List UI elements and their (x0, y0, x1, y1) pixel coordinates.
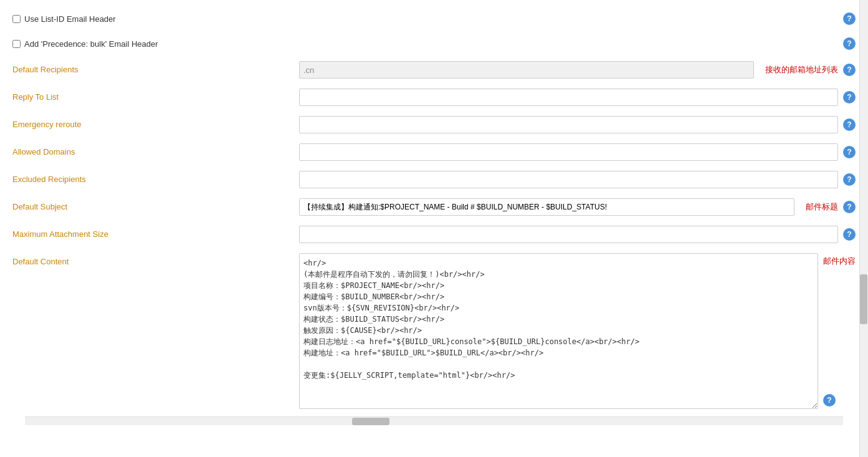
excluded-recipients-input[interactable] (299, 171, 838, 188)
reply-to-list-help-icon[interactable]: ? (843, 91, 856, 103)
excluded-recipients-help-icon[interactable]: ? (843, 173, 856, 186)
max-attachment-input[interactable] (299, 226, 838, 243)
allowed-domains-input-col: ? (299, 143, 856, 161)
precedence-bulk-checkbox[interactable] (12, 40, 21, 48)
allowed-domains-help-icon[interactable]: ? (843, 146, 856, 158)
default-subject-label: Default Subject (12, 198, 299, 211)
max-attachment-label: Maximum Attachment Size (12, 226, 299, 239)
use-list-id-row: Use List-ID Email Header ? (0, 6, 868, 31)
emergency-reroute-label: Emergency reroute (12, 116, 299, 129)
excluded-recipients-row: Excluded Recipients ? (0, 166, 868, 193)
default-recipients-row: Default Recipients 接收的邮箱地址列表 ? (0, 56, 868, 84)
emergency-reroute-help-icon[interactable]: ? (843, 118, 856, 131)
default-subject-input[interactable] (299, 198, 794, 216)
horizontal-scrollbar-thumb[interactable] (352, 418, 389, 425)
reply-to-list-input-col: ? (299, 89, 856, 106)
default-recipients-input[interactable] (299, 61, 754, 79)
excluded-recipients-input-col: ? (299, 171, 856, 188)
default-content-textarea[interactable]: <hr/> (本邮件是程序自动下发的，请勿回复！)<br/><hr/> 项目名称… (299, 253, 818, 409)
reply-to-list-input[interactable] (299, 89, 838, 106)
allowed-domains-row: Allowed Domains ? (0, 138, 868, 166)
default-subject-annotation: 邮件标题 (806, 201, 838, 213)
precedence-bulk-help-icon[interactable]: ? (843, 37, 856, 50)
default-content-input-col: <hr/> (本邮件是程序自动下发的，请勿回复！)<br/><hr/> 项目名称… (299, 253, 856, 409)
default-content-annotation: 邮件内容 (823, 256, 856, 267)
default-content-row: Default Content <hr/> (本邮件是程序自动下发的，请勿回复！… (0, 248, 868, 414)
allowed-domains-label: Allowed Domains (12, 143, 299, 156)
reply-to-list-row: Reply To List ? (0, 84, 868, 111)
excluded-recipients-label: Excluded Recipients (12, 171, 299, 184)
precedence-bulk-row: Add 'Precedence: bulk' Email Header ? (0, 31, 868, 56)
default-subject-input-col: 邮件标题 ? (299, 198, 856, 216)
max-attachment-row: Maximum Attachment Size ? (0, 221, 868, 248)
default-content-label: Default Content (12, 253, 299, 266)
max-attachment-help-icon[interactable]: ? (843, 228, 856, 241)
use-list-id-checkbox[interactable] (12, 15, 21, 23)
vertical-scrollbar-track[interactable] (859, 0, 868, 457)
reply-to-list-label: Reply To List (12, 89, 299, 102)
bottom-scrollbar-area (0, 414, 868, 428)
precedence-bulk-label: Add 'Precedence: bulk' Email Header (24, 39, 158, 49)
allowed-domains-input[interactable] (299, 143, 838, 161)
page-container: Use List-ID Email Header ? Add 'Preceden… (0, 0, 868, 457)
emergency-reroute-input-col: ? (299, 116, 856, 133)
default-recipients-annotation: 接收的邮箱地址列表 (765, 64, 838, 75)
default-subject-help-icon[interactable]: ? (843, 201, 856, 213)
use-list-id-label: Use List-ID Email Header (24, 14, 116, 24)
emergency-reroute-row: Emergency reroute ? (0, 111, 868, 138)
default-content-help-icon[interactable]: ? (823, 394, 836, 406)
default-recipients-help-icon[interactable]: ? (843, 64, 856, 76)
vertical-scrollbar-thumb[interactable] (860, 274, 867, 324)
max-attachment-input-col: ? (299, 226, 856, 243)
emergency-reroute-input[interactable] (299, 116, 838, 133)
default-recipients-input-col: 接收的邮箱地址列表 ? (299, 61, 856, 79)
default-subject-row: Default Subject 邮件标题 ? (0, 193, 868, 221)
use-list-id-help-icon[interactable]: ? (843, 12, 856, 25)
horizontal-scrollbar[interactable] (25, 416, 843, 425)
default-recipients-label: Default Recipients (12, 61, 299, 74)
